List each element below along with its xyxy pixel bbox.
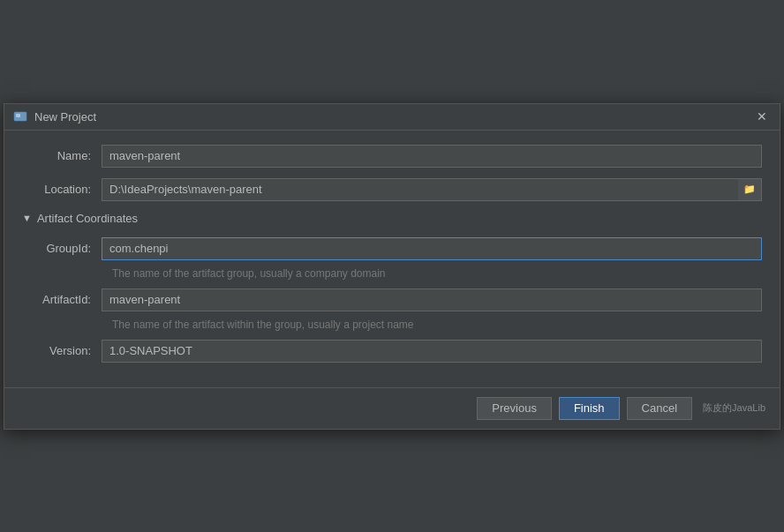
name-row: Name: [22,145,762,168]
title-bar: New Project ✕ [4,104,780,131]
artifactid-input[interactable] [102,288,762,311]
expand-arrow-icon[interactable]: ▼ [22,213,32,223]
artifactid-label: ArtifactId: [22,293,102,306]
name-input[interactable] [102,145,762,168]
location-input-wrapper: 📁 [102,178,762,201]
title-bar-left: New Project [13,109,96,124]
name-label: Name: [22,149,102,162]
version-label: Version: [22,344,102,357]
watermark-text: 陈皮的JavaLib [703,401,765,415]
location-row: Location: 📁 [22,178,762,201]
artifactid-row: ArtifactId: [22,288,762,311]
groupid-input-wrapper [102,237,762,260]
version-input[interactable] [102,340,762,363]
cancel-button[interactable]: Cancel [627,397,692,420]
close-button[interactable]: ✕ [753,109,771,124]
location-input[interactable] [102,178,738,201]
groupid-hint: The name of the artifact group, usually … [112,267,762,280]
version-input-wrapper [102,340,762,363]
groupid-input[interactable] [102,237,762,260]
groupid-label: GroupId: [22,242,102,255]
dialog-footer: Previous Finish Cancel 陈皮的JavaLib [4,387,780,429]
artifactid-input-wrapper [102,288,762,311]
artifact-section-header: ▼ Artifact Coordinates [22,212,762,225]
artifact-section-title: Artifact Coordinates [37,212,138,225]
location-label: Location: [22,183,102,196]
name-input-wrapper [102,145,762,168]
project-icon [13,109,27,124]
folder-icon: 📁 [743,184,756,195]
previous-button[interactable]: Previous [477,397,552,420]
browse-button[interactable]: 📁 [738,178,762,201]
dialog-title: New Project [34,110,96,124]
version-row: Version: [22,340,762,363]
artifactid-hint: The name of the artifact within the grou… [112,318,762,331]
svg-rect-1 [16,114,20,117]
groupid-row: GroupId: [22,237,762,260]
new-project-dialog: New Project ✕ Name: Location: 📁 ▼ Artifa [4,103,780,430]
dialog-content: Name: Location: 📁 ▼ Artifact Coordinates… [4,131,780,387]
finish-button[interactable]: Finish [559,397,620,420]
